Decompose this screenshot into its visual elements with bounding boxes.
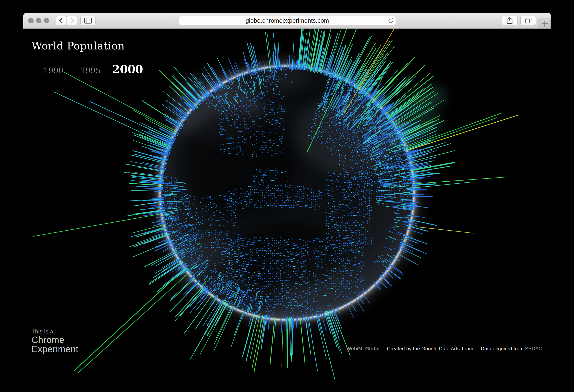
sidebar-toggle-button[interactable]: [81, 16, 96, 25]
year-1995[interactable]: 1995: [72, 66, 109, 75]
minimize-window-button[interactable]: [36, 18, 41, 23]
address-bar-url: globe.chromeexperiments.com: [179, 16, 396, 25]
title-divider: [31, 59, 152, 59]
desktop: globe.chromeexperiments.com: [0, 0, 574, 392]
credits-created-link[interactable]: Created by the Google Data Arts Team: [387, 346, 473, 352]
page-viewport: World Population 1990 1995 2000 This is …: [23, 29, 551, 392]
credits-separator-2: ·: [473, 346, 481, 352]
chrome-experiment-watermark: This is a Chrome Experiment: [32, 328, 79, 354]
page-title: World Population: [32, 40, 125, 52]
credits-bar: WebGL Globe·Created by the Google Data A…: [346, 346, 542, 352]
safari-window: globe.chromeexperiments.com: [23, 13, 551, 392]
forward-button[interactable]: [67, 16, 77, 25]
credits-separator-1: ·: [379, 346, 387, 352]
reload-icon: [388, 18, 394, 24]
year-2000[interactable]: 2000: [109, 63, 146, 76]
plus-icon: [541, 20, 548, 27]
address-bar[interactable]: globe.chromeexperiments.com: [179, 16, 396, 25]
new-tab-button[interactable]: [538, 19, 551, 29]
credits-webgl-globe-link[interactable]: WebGL Globe: [346, 346, 379, 352]
credits-acquired-text: Data acquired from: [481, 346, 524, 352]
browser-toolbar: globe.chromeexperiments.com: [23, 13, 551, 29]
reload-button[interactable]: [388, 18, 394, 24]
globe-canvas[interactable]: [23, 29, 551, 392]
chevron-right-icon: [70, 18, 74, 23]
share-button[interactable]: [502, 16, 517, 25]
year-selector: 1990 1995 2000: [35, 63, 150, 76]
credits-sedac-link[interactable]: SEDAC: [525, 346, 542, 352]
year-1990[interactable]: 1990: [35, 66, 72, 75]
close-window-button[interactable]: [28, 18, 34, 23]
back-button[interactable]: [56, 16, 66, 25]
chevron-left-icon: [59, 18, 63, 23]
share-icon: [507, 17, 513, 24]
zoom-window-button[interactable]: [44, 18, 49, 23]
watermark-line2: Chrome: [32, 335, 79, 344]
watermark-line3: Experiment: [32, 344, 79, 354]
show-tabs-button[interactable]: [520, 16, 536, 25]
watermark-line1: This is a: [32, 328, 79, 335]
sidebar-icon: [84, 18, 92, 24]
tab-overview-icon: [525, 17, 532, 24]
